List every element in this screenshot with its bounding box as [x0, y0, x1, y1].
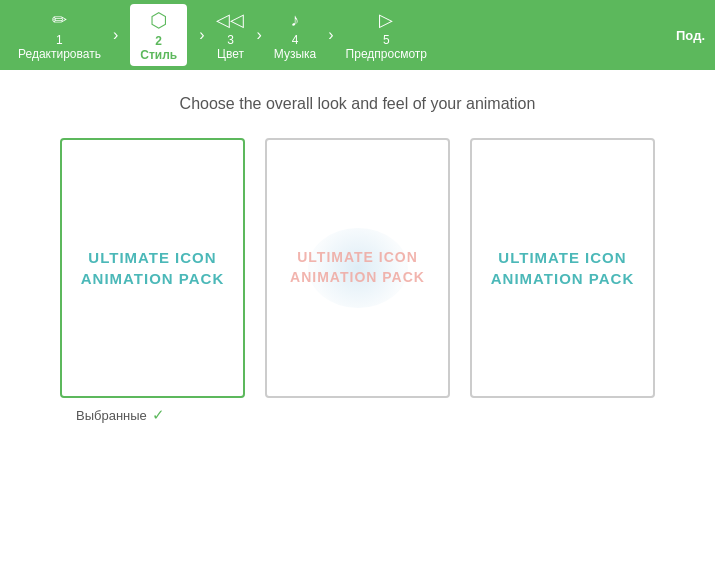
edit-icon: ✏	[52, 9, 67, 31]
style-card-3[interactable]: ULTIMATE ICON ANIMATION PACK	[470, 138, 655, 398]
step-color[interactable]: ◁◁ 3 Цвет	[208, 9, 252, 61]
page-subtitle: Choose the overall look and feel of your…	[180, 95, 536, 113]
step-style-number: 2	[155, 34, 162, 48]
nav-bar: ✏ 1 Редактировать › ⬡ 2 Стиль ›	[0, 0, 715, 70]
chevron-1: ›	[113, 26, 118, 44]
step-preview-label: 5	[383, 33, 390, 47]
color-icon: ◁◁	[216, 9, 244, 31]
style-card-1[interactable]: ULTIMATE ICON ANIMATION PACK	[60, 138, 245, 398]
style-card-2[interactable]: ULTIMATE ICON ANIMATION PACK	[265, 138, 450, 398]
step-edit-name: Редактировать	[18, 47, 101, 61]
step-music-label: 4	[292, 33, 299, 47]
step-color-name: Цвет	[217, 47, 244, 61]
card-2-text: ULTIMATE ICON ANIMATION PACK	[267, 248, 448, 287]
cards-row: ULTIMATE ICON ANIMATION PACK ULTIMATE IC…	[60, 138, 655, 398]
main-content: Choose the overall look and feel of your…	[0, 70, 715, 587]
selected-label-text: Выбранные	[76, 408, 147, 423]
nav-steps: ✏ 1 Редактировать › ⬡ 2 Стиль ›	[10, 4, 705, 66]
step-edit-label: 1	[56, 33, 63, 47]
chevron-3: ›	[256, 26, 261, 44]
style-icon: ⬡	[150, 8, 167, 32]
step-music-name: Музыка	[274, 47, 316, 61]
step-preview[interactable]: ▷ 5 Предпросмотр	[338, 9, 435, 61]
step-style-name: Стиль	[140, 48, 177, 62]
step-edit[interactable]: ✏ 1 Редактировать	[10, 9, 109, 61]
step-style[interactable]: ⬡ 2 Стиль	[122, 4, 195, 66]
chevron-2: ›	[199, 26, 204, 44]
app-container: ✏ 1 Редактировать › ⬡ 2 Стиль ›	[0, 0, 715, 587]
nav-right-label: Под.	[676, 0, 705, 70]
right-label-text: Под.	[676, 28, 705, 43]
step-color-label: 3	[227, 33, 234, 47]
chevron-4: ›	[328, 26, 333, 44]
selected-label-row: Выбранные ✓	[76, 406, 165, 424]
preview-icon: ▷	[379, 9, 393, 31]
step-music[interactable]: ♪ 4 Музыка	[266, 10, 324, 61]
card-3-text: ULTIMATE ICON ANIMATION PACK	[472, 247, 653, 289]
music-icon: ♪	[291, 10, 300, 31]
card-1-text: ULTIMATE ICON ANIMATION PACK	[62, 247, 243, 289]
step-preview-name: Предпросмотр	[346, 47, 427, 61]
selected-check-icon: ✓	[152, 406, 165, 424]
